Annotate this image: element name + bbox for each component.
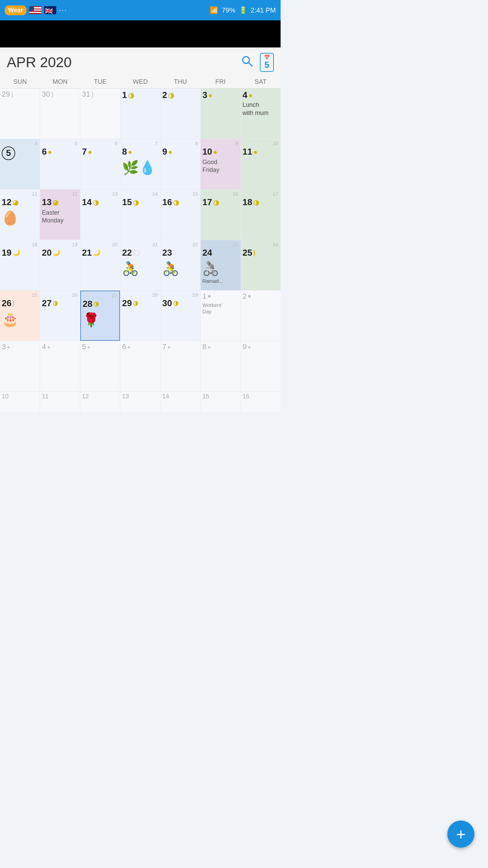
date-apr13: 13 ◕ [42,197,58,208]
cal-cell-apr26[interactable]: 25 26 ) 🎂 [0,291,40,341]
charging-icon: 🔋 [239,6,247,14]
us-flag-icon [29,6,41,14]
cal-cell-may6[interactable]: 6 ● [120,341,160,391]
date-may16: 16 [243,393,249,400]
cal-cell-may1[interactable]: 1 ● Workers'Day [201,291,240,341]
date-apr14: 14 ◑ [82,197,99,208]
header-icons: 📅 5 [241,53,274,72]
date-apr4: 4 ● [243,90,253,100]
overflow-menu[interactable]: ··· [59,6,67,15]
cal-cell-apr18[interactable]: 17 18 ◑ [241,190,281,240]
cal-cell-may16[interactable]: 16 [241,392,281,412]
cal-cell-mar29[interactable]: 29 ) [0,88,40,139]
day-header-wed: WED [120,75,160,88]
cal-cell-apr2[interactable]: 2 ◑ [161,88,200,139]
cal-cell-apr7[interactable]: 6 7 ● [80,139,120,189]
cal-cell-may7[interactable]: 7 ● [161,341,200,391]
cal-cell-apr28[interactable]: 27 28 ◑ 🌹 [80,291,120,341]
cal-cell-apr15[interactable]: 14 15 ◑ [120,190,160,240]
cal-cell-apr1[interactable]: 1 ◑ [120,88,160,139]
date-may3: 3 ● [2,342,10,351]
cal-cell-apr14[interactable]: 13 14 ◑ [80,190,120,240]
date-apr5: 5 [2,146,15,160]
event-cycling-24: 🚴 [202,261,239,277]
today-button[interactable]: 📅 5 [260,53,274,72]
clock: 2:41 PM [251,6,276,14]
date-apr30: 30 ◑ [162,298,179,309]
cal-cell-may12[interactable]: 12 [80,392,120,412]
date-apr21: 21 🌙 [82,248,100,258]
cal-cell-apr22[interactable]: 21 22 ◯ 🚴 [120,240,160,290]
date-apr26: 26 ) [2,298,15,309]
cal-cell-apr16[interactable]: 15 16 ◑ [161,190,200,240]
event-birthday-cake: 🎂 [2,311,38,327]
cal-cell-apr12[interactable]: 11 12 ◕ 🥚 [0,190,40,240]
notification-bar [0,20,281,47]
cal-cell-may13[interactable]: 13 [120,392,160,412]
date-may12: 12 [82,393,89,400]
date-mar30: 30 ) [42,90,53,99]
calendar-grid: 29 ) 30 ) 31 ) 1 ◑ 2 ◑ 3 ● 4 ● Lunchwith… [0,88,281,412]
cal-cell-may5[interactable]: 5 ● [80,341,120,391]
day-header-tue: TUE [80,75,120,88]
cal-cell-mar30[interactable]: 30 ) [40,88,80,139]
event-good-friday: GoodFriday [202,158,239,174]
date-apr12: 12 ◕ [2,197,18,208]
day-header-fri: FRI [200,75,240,88]
date-apr23: 23 ○ [162,248,177,258]
cal-cell-apr11[interactable]: 10 11 ● [241,139,281,189]
search-button[interactable] [241,55,253,70]
cal-cell-may8[interactable]: 8 ● [201,341,240,391]
cal-cell-apr3[interactable]: 3 ● [201,88,240,139]
cal-cell-mar31[interactable]: 31 ) [80,88,120,139]
cal-cell-may2[interactable]: 2 ● [241,291,281,341]
cal-cell-may10[interactable]: 10 [0,392,40,412]
cal-cell-may15[interactable]: 15 [201,392,240,412]
event-cycling-22: 🚴 [122,261,158,277]
date-apr9: 9 ● [162,146,172,157]
cal-cell-may4[interactable]: 4 ● [40,341,80,391]
cal-cell-apr24[interactable]: 23 24 ○ 🚴 Ramad... [201,240,240,290]
day-header-sun: SUN [0,75,40,88]
cal-cell-may3[interactable]: 3 ● [0,341,40,391]
cal-cell-may11[interactable]: 11 [40,392,80,412]
event-workers-day: Workers'Day [202,302,239,315]
calendar-header: APR 2020 📅 5 [0,47,281,75]
cal-cell-apr5[interactable]: 4 5 [0,139,40,189]
today-number: 5 [264,60,269,70]
cal-cell-apr10[interactable]: 9 10 ● GoodFriday [201,139,240,189]
date-may4: 4 ● [42,342,50,351]
cal-cell-apr17[interactable]: 16 17 ◑ [201,190,240,240]
date-may11: 11 [42,393,48,400]
cal-cell-may9[interactable]: 9 ● [241,341,281,391]
date-apr2: 2 ◑ [162,90,174,100]
date-may2: 2 ● [243,292,251,301]
cal-cell-may14[interactable]: 14 [161,392,200,412]
date-may8: 8 ● [202,342,211,351]
cal-cell-apr13[interactable]: 12 13 ◕ EasterMonday [40,190,80,240]
cal-cell-apr4[interactable]: 4 ● Lunchwith mum [241,88,281,139]
cal-cell-apr6[interactable]: 5 6 ● [40,139,80,189]
cal-cell-apr29[interactable]: 28 29 ◑ [120,291,160,341]
cal-cell-apr30[interactable]: 29 30 ◑ [161,291,200,341]
date-may6: 6 ● [122,342,130,351]
date-may9: 9 ● [243,342,251,351]
status-right: 📶 79% 🔋 2:41 PM [210,6,276,14]
date-apr22: 22 ◯ [122,248,140,258]
cal-cell-apr21[interactable]: 20 21 🌙 [80,240,120,290]
date-apr15: 15 ◑ [122,197,139,208]
cal-cell-apr19[interactable]: 18 19 🌙 [0,240,40,290]
date-apr1: 1 ◑ [122,90,134,100]
date-may5: 5 ● [82,342,90,351]
cal-cell-apr27[interactable]: 26 27 ◑ [40,291,80,341]
date-apr16: 16 ◑ [162,197,179,208]
event-flower: 🌿💧 [122,160,158,176]
cal-cell-apr20[interactable]: 19 20 🌙 [40,240,80,290]
cal-cell-apr25[interactable]: 24 25 ) [241,240,281,290]
event-easter-egg: 🥚 [2,210,38,226]
cal-cell-apr9[interactable]: 8 9 ● [161,139,200,189]
cal-cell-apr8[interactable]: 7 8 ● 🌿💧 [120,139,160,189]
status-bar: Wear ··· 📶 79% 🔋 2:41 PM [0,0,281,20]
cal-cell-apr23[interactable]: 22 23 ○ 🚴 [161,240,200,290]
date-apr19: 19 🌙 [2,248,20,258]
